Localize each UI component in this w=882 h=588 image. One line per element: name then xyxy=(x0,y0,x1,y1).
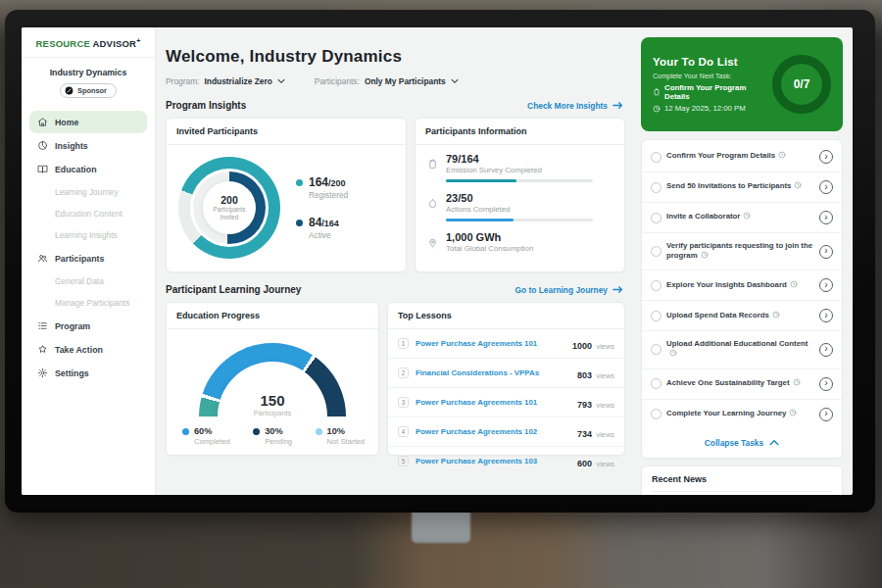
clock-icon xyxy=(669,350,677,359)
sidebar-item-manage-participants[interactable]: Manage Participants xyxy=(29,292,147,314)
participants-icon xyxy=(37,253,48,264)
sidebar-divider xyxy=(22,57,155,58)
task-checkbox[interactable] xyxy=(651,409,662,419)
legend-value: 30% xyxy=(265,426,292,436)
task-label: Confirm Your Program Details xyxy=(666,151,775,160)
logo-plus: + xyxy=(136,37,140,44)
chevron-right-icon[interactable]: › xyxy=(819,150,833,164)
education-progress-card: Education Progress 150 Participants 60%C… xyxy=(166,302,379,456)
lesson-link[interactable]: Power Purchase Agreements 103 xyxy=(416,457,577,466)
dashboard-screen: RESOURCE ADVISOR+ Industry Dynamics Spon… xyxy=(22,27,853,495)
chevron-right-icon[interactable]: › xyxy=(819,211,833,224)
chevron-right-icon[interactable]: › xyxy=(819,180,833,194)
task-checkbox[interactable] xyxy=(651,280,662,291)
stat-value: 79/164 xyxy=(446,153,593,165)
gauge-center-label: 150 Participants xyxy=(199,392,346,417)
link-label: Check More Insights xyxy=(527,101,608,111)
sidebar-item-insights[interactable]: Insights xyxy=(29,134,147,157)
arrow-right-icon xyxy=(612,285,623,294)
sidebar-item-home[interactable]: Home xyxy=(29,111,147,133)
legend-item-active: 84/164 Active xyxy=(296,216,348,240)
sidebar-item-education[interactable]: Education xyxy=(29,158,147,180)
invited-legend: 164/200 Registered 84/164 Active xyxy=(296,175,348,240)
recent-news-card: Recent News xyxy=(641,466,843,496)
task-checkbox[interactable] xyxy=(651,182,662,193)
todo-progress-count: 0/7 xyxy=(794,77,810,91)
legend-dot xyxy=(182,428,189,435)
insights-icon xyxy=(37,140,48,151)
lesson-link[interactable]: Power Purchase Agreements 101 xyxy=(416,398,577,407)
lesson-link[interactable]: Power Purchase Agreements 101 xyxy=(416,339,572,348)
lesson-link[interactable]: Power Purchase Agreements 102 xyxy=(416,427,577,436)
sidebar-item-take-action[interactable]: Take Action xyxy=(29,338,147,361)
task-checkbox[interactable] xyxy=(651,213,662,223)
progress-fill xyxy=(446,219,514,221)
stat-value: 1,000 GWh xyxy=(446,231,533,243)
education-gauge-chart: 150 Participants xyxy=(199,343,346,417)
chevron-right-icon[interactable]: › xyxy=(819,309,833,322)
book-icon xyxy=(37,164,48,174)
participants-filter-value: Only My Participants xyxy=(365,76,446,86)
collapse-tasks-link[interactable]: Collapse Tasks xyxy=(642,429,842,456)
progress-bar xyxy=(446,219,593,221)
invited-participants-card: Invited Participants 2 xyxy=(166,118,407,272)
donut-center-caption: Invited xyxy=(220,214,239,221)
legend-label: Completed xyxy=(194,437,230,446)
sidebar-item-label: Home xyxy=(55,118,78,127)
lesson-link[interactable]: Financial Considerations - VPPAs xyxy=(416,368,577,377)
sidebar-item-general-data[interactable]: General Data xyxy=(29,270,147,292)
chevron-right-icon[interactable]: › xyxy=(819,343,833,357)
org-name: Industry Dynamics xyxy=(29,68,147,77)
sidebar-item-learning-insights[interactable]: Learning Insights xyxy=(29,224,147,246)
program-filter-value: Industrialize Zero xyxy=(204,76,271,86)
sponsor-badge[interactable]: Sponsor xyxy=(60,83,117,98)
sidebar-item-participants[interactable]: Participants xyxy=(29,247,147,270)
clock-icon xyxy=(789,410,797,418)
legend-value: 10% xyxy=(327,426,365,436)
task-label: Achieve One Sustainability Target xyxy=(666,378,790,387)
lesson-views: 734 xyxy=(577,429,592,439)
lesson-views-suffix: views xyxy=(597,460,614,468)
sidebar-item-learning-journey[interactable]: Learning Journey xyxy=(29,181,147,203)
card-title: Invited Participants xyxy=(167,119,406,145)
lesson-views-suffix: views xyxy=(597,342,614,351)
page-title: Welcome, Industry Dynamics xyxy=(166,47,625,67)
chevron-right-icon[interactable]: › xyxy=(819,245,833,259)
clock-icon xyxy=(743,213,751,221)
task-checkbox[interactable] xyxy=(651,378,662,389)
task-checkbox[interactable] xyxy=(651,311,662,321)
donut-center-caption: Participants xyxy=(214,206,246,214)
task-checkbox[interactable] xyxy=(651,246,662,257)
legend-value: 84 xyxy=(309,216,321,229)
stat-label: Total Global Consumption xyxy=(446,244,533,253)
go-to-learning-journey-link[interactable]: Go to Learning Journey xyxy=(515,285,623,295)
participants-filter-label: Participants: xyxy=(315,76,360,86)
program-insights-header: Program Insights Check More Insights xyxy=(166,100,623,111)
legend-item-not-started: 10%Not Started xyxy=(316,426,365,446)
program-dropdown[interactable]: Program: Industrialize Zero xyxy=(166,76,285,86)
arrow-right-icon xyxy=(612,101,623,110)
sidebar-item-education-content[interactable]: Education Content xyxy=(29,203,147,224)
lesson-views: 803 xyxy=(577,370,592,380)
sidebar-item-settings[interactable]: Settings xyxy=(29,362,147,384)
task-row: Upload Spend Data Records › xyxy=(642,301,842,331)
chevron-right-icon[interactable]: › xyxy=(819,278,833,292)
participants-dropdown[interactable]: Participants: Only My Participants xyxy=(315,76,459,86)
participants-information-card: Participants Information 79/164 Emission… xyxy=(415,118,625,272)
legend-label: Registered xyxy=(309,190,348,200)
task-checkbox[interactable] xyxy=(651,344,662,355)
sidebar-item-program[interactable]: Program xyxy=(29,315,147,337)
monitor-bezel: RESOURCE ADVISOR+ Industry Dynamics Spon… xyxy=(5,10,875,513)
lesson-row: 5 Power Purchase Agreements 103 600 view… xyxy=(388,447,624,475)
clipboard-icon xyxy=(427,156,438,182)
learning-journey-header: Participant Learning Journey Go to Learn… xyxy=(166,284,623,295)
chevron-right-icon[interactable]: › xyxy=(819,377,833,391)
clipboard-icon xyxy=(653,88,661,96)
insights-cards-row: Invited Participants 2 xyxy=(166,118,625,272)
program-filter-label: Program: xyxy=(166,76,199,86)
check-more-insights-link[interactable]: Check More Insights xyxy=(527,101,623,111)
task-row: Confirm Your Program Details › xyxy=(642,142,842,172)
task-checkbox[interactable] xyxy=(651,152,662,163)
chevron-right-icon[interactable]: › xyxy=(819,408,833,421)
education-legend: 60%Completed 30%Pending 10%Not Started xyxy=(167,417,378,446)
